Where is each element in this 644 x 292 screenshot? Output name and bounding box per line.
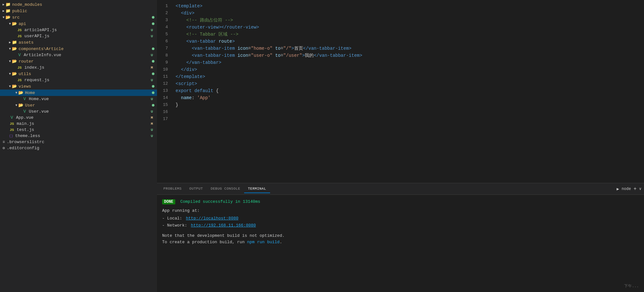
folder-open-icon: 📂 bbox=[12, 71, 17, 76]
sidebar-item-label: node_modules bbox=[12, 2, 157, 7]
folder-open-icon: 📂 bbox=[12, 21, 17, 26]
sidebar-item-router[interactable]: ▼ 📂 router bbox=[0, 58, 157, 64]
code-line-15: export default { bbox=[176, 87, 644, 94]
sidebar-item-utils[interactable]: ▼ 📂 utils bbox=[0, 71, 157, 77]
sidebar-item-label: User bbox=[25, 103, 152, 108]
code-line-9: <van-tabbar-item icon="user-o" to="/user… bbox=[176, 52, 644, 59]
sidebar-item-themeless[interactable]: {} theme.less U bbox=[0, 133, 157, 139]
sidebar-item-label: Home.vue bbox=[29, 97, 149, 101]
chevron-down-icon: ▼ bbox=[15, 91, 17, 95]
terminal-network-url[interactable]: http://192.168.11.166:8080 bbox=[191, 223, 256, 228]
tab-terminal[interactable]: TERMINAL bbox=[244, 185, 270, 193]
sidebar-item-src[interactable]: ▼ 📂 src bbox=[0, 14, 157, 21]
file-tree: ▶ 📁 node_modules ▶ 📁 public ▼ 📂 src ▼ 📂 … bbox=[0, 0, 157, 292]
terminal-tab-right: ▶ node + ∨ bbox=[617, 186, 641, 192]
folder-icon: 📁 bbox=[5, 2, 11, 7]
chevron-down-icon: ▼ bbox=[9, 72, 11, 76]
folder-open-icon: 📂 bbox=[12, 46, 17, 51]
modified-dot bbox=[152, 60, 154, 63]
code-line-10: </van-tabbar> bbox=[176, 59, 644, 66]
sidebar-item-appvue[interactable]: V App.vue M bbox=[0, 115, 157, 121]
sidebar-item-label: .browserslistrc bbox=[7, 140, 157, 144]
terminal-content[interactable]: DONE Compiled successfully in 13140ms Ap… bbox=[157, 195, 644, 292]
modified-dot bbox=[152, 91, 154, 94]
bottom-right-time: 下午... bbox=[624, 283, 639, 289]
chevron-right-icon: ▶ bbox=[9, 40, 11, 44]
tab-debug-console[interactable]: DEBUG CONSOLE bbox=[207, 185, 244, 193]
terminal-done-line: DONE Compiled successfully in 13140ms bbox=[162, 199, 639, 205]
sidebar-item-label: views bbox=[19, 84, 152, 89]
terminal-note-link[interactable]: npm run build bbox=[247, 240, 279, 245]
sidebar-item-public[interactable]: ▶ 📁 public bbox=[0, 8, 157, 14]
sidebar-item-label: utils bbox=[19, 72, 152, 76]
line-numbers: 1 2 3 4 5 6 7 8 9 10 11 12 13 14 15 16 1… bbox=[157, 3, 173, 180]
terminal-network-line: - Network: http://192.168.11.166:8080 bbox=[162, 222, 639, 229]
sidebar-item-articleinfo[interactable]: V ArticleInfo.vue U bbox=[0, 52, 157, 58]
sidebar-item-node_modules[interactable]: ▶ 📁 node_modules bbox=[0, 1, 157, 8]
chevron-down-icon: ▼ bbox=[15, 104, 17, 107]
folder-icon: 📁 bbox=[5, 8, 11, 13]
sidebar-item-label: assets bbox=[19, 40, 157, 45]
terminal-local-line: - Local: http://localhost:8080 bbox=[162, 215, 639, 222]
chevron-down-icon: ▼ bbox=[9, 47, 11, 51]
sidebar-item-mainjs[interactable]: JS main.js M bbox=[0, 121, 157, 127]
js-icon: JS bbox=[17, 66, 22, 70]
vue-icon: V bbox=[17, 53, 22, 57]
modified-dot bbox=[152, 73, 154, 75]
git-badge: M bbox=[149, 116, 154, 120]
chevron-down-icon: ▼ bbox=[9, 85, 11, 88]
code-area[interactable]: 1 2 3 4 5 6 7 8 9 10 11 12 13 14 15 16 1… bbox=[157, 0, 644, 183]
js-icon: JS bbox=[17, 78, 22, 82]
terminal-chevron-down-icon[interactable]: ∨ bbox=[639, 186, 641, 191]
sidebar-item-label: theme.less bbox=[15, 133, 149, 138]
sidebar-item-browserslist[interactable]: ≡ .browserslistrc bbox=[0, 139, 157, 145]
sidebar-item-user-dir[interactable]: ▼ 📂 User bbox=[0, 102, 157, 108]
terminal-plus-button[interactable]: + bbox=[633, 186, 637, 192]
sidebar-item-testjs[interactable]: JS test.js U bbox=[0, 127, 157, 133]
vue-icon: V bbox=[22, 97, 28, 101]
sidebar-item-components[interactable]: ▼ 📂 components\Article bbox=[0, 46, 157, 52]
git-badge: U bbox=[149, 34, 154, 38]
sidebar-item-articleapi[interactable]: JS articleAPI.js U bbox=[0, 27, 157, 33]
sidebar-item-requestjs[interactable]: JS request.js U bbox=[0, 77, 157, 83]
code-line-17: } bbox=[176, 101, 644, 108]
tab-problems[interactable]: PROBLEMS bbox=[160, 185, 186, 193]
sidebar-item-home-dir[interactable]: ▼ 📂 Home bbox=[0, 90, 157, 96]
terminal-local-url[interactable]: http://localhost:8080 bbox=[186, 216, 238, 221]
code-line-7: <van-tabbar route> bbox=[176, 38, 644, 45]
sidebar-item-assets[interactable]: ▶ 📁 assets bbox=[0, 39, 157, 46]
js-icon: JS bbox=[17, 28, 22, 32]
sidebar-item-label: Home bbox=[25, 90, 152, 95]
vue-icon: V bbox=[9, 115, 15, 120]
chevron-right-icon: ▶ bbox=[3, 9, 4, 13]
sidebar-item-api[interactable]: ▼ 📂 api bbox=[0, 21, 157, 27]
sidebar-item-label: src bbox=[12, 15, 152, 20]
sidebar-item-label: request.js bbox=[24, 78, 149, 82]
code-line-6: <!-- Tabbar 区域 --> bbox=[176, 31, 644, 38]
sidebar-item-uservue[interactable]: V User.vue U bbox=[0, 108, 157, 115]
modified-dot bbox=[152, 104, 154, 107]
terminal-success-msg: Compiled successfully in 13140ms bbox=[180, 199, 260, 204]
git-badge: M bbox=[149, 66, 154, 70]
code-line-11: </div> bbox=[176, 66, 644, 73]
sidebar-item-homevue[interactable]: V Home.vue U bbox=[0, 96, 157, 102]
sidebar-item-views[interactable]: ▼ 📂 views bbox=[0, 83, 157, 90]
code-line-16: name: 'App' bbox=[176, 94, 644, 101]
folder-open-icon: 📂 bbox=[5, 15, 11, 20]
sidebar-item-indexjs[interactable]: JS index.js M bbox=[0, 64, 157, 71]
sidebar-item-userapi[interactable]: JS userAPI.js U bbox=[0, 33, 157, 39]
chevron-down-icon: ▼ bbox=[9, 22, 11, 26]
folder-icon: 📁 bbox=[12, 40, 17, 45]
modified-dot bbox=[152, 47, 154, 50]
code-line-2: <div> bbox=[176, 10, 644, 17]
terminal-panel: PROBLEMS OUTPUT DEBUG CONSOLE TERMINAL ▶… bbox=[157, 183, 644, 292]
gear-icon: ⚙ bbox=[3, 146, 5, 150]
sidebar-item-label: test.js bbox=[17, 127, 149, 132]
terminal-running-at: App running at: bbox=[162, 208, 639, 214]
sidebar-item-label: .editorconfig bbox=[7, 146, 157, 150]
file-explorer[interactable]: ▶ 📁 node_modules ▶ 📁 public ▼ 📂 src ▼ 📂 … bbox=[0, 0, 157, 292]
chevron-right-icon: ▶ bbox=[3, 3, 4, 6]
tab-output[interactable]: OUTPUT bbox=[186, 185, 207, 193]
git-badge: U bbox=[149, 97, 154, 101]
sidebar-item-editorconfig[interactable]: ⚙ .editorconfig bbox=[0, 145, 157, 151]
